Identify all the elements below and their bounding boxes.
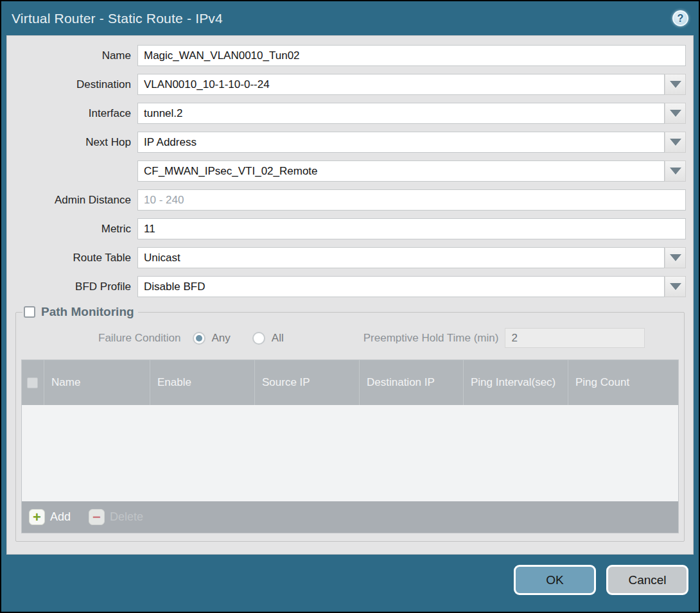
next-hop-type-dropdown-button[interactable] [665,132,686,153]
admin-distance-input[interactable] [137,189,686,211]
dialog-content: Name Destination Interface [6,35,694,555]
failure-condition-any-option[interactable]: Any [193,332,231,345]
column-header-ping-count[interactable]: Ping Count [568,360,678,405]
route-table-input[interactable] [137,247,665,268]
chevron-down-icon [670,254,681,261]
metric-input[interactable] [137,218,686,239]
route-table-dropdown-button[interactable] [665,247,686,268]
chevron-down-icon [670,110,681,117]
interface-label: Interface [14,107,137,120]
chevron-down-icon [670,283,681,290]
failure-condition-all-option[interactable]: All [252,332,284,345]
dialog-titlebar: Virtual Router - Static Route - IPv4 ? [1,1,699,35]
name-row: Name [14,45,686,66]
next-hop-row: Next Hop [14,132,686,153]
chevron-down-icon [670,81,681,88]
add-button[interactable]: + Add [29,509,71,525]
next-hop-address-dropdown-button[interactable] [665,160,686,182]
path-monitoring-title: Path Monitoring [41,305,134,319]
column-header-ping-interval[interactable]: Ping Interval(sec) [463,360,568,405]
next-hop-type-input[interactable] [137,132,665,153]
plus-icon: + [29,509,45,525]
destination-dropdown-button[interactable] [665,74,686,95]
column-header-name[interactable]: Name [44,360,150,405]
path-monitoring-section: Path Monitoring Failure Condition Any Al… [15,305,685,542]
table-header-row: Name Enable Source IP Destination IP Pin… [22,360,678,405]
destination-label: Destination [14,78,137,91]
next-hop-address-input[interactable] [137,160,665,182]
select-all-checkbox[interactable] [27,377,38,388]
help-icon[interactable]: ? [672,10,688,26]
admin-distance-row: Admin Distance [14,189,686,211]
next-hop-label: Next Hop [14,136,137,149]
static-route-dialog: Virtual Router - Static Route - IPv4 ? N… [1,1,699,612]
path-monitoring-table: Name Enable Source IP Destination IP Pin… [21,359,679,533]
table-body-empty [22,405,678,501]
destination-input[interactable] [137,74,665,95]
bfd-profile-input[interactable] [137,276,665,297]
bfd-profile-row: BFD Profile [14,276,686,297]
name-label: Name [14,49,137,62]
dialog-footer: OK Cancel [1,555,699,612]
path-monitoring-legend: Path Monitoring [22,305,138,319]
failure-condition-any-label: Any [212,332,231,345]
table-toolbar: + Add − Delete [22,501,678,533]
name-input[interactable] [137,45,686,66]
next-hop-address-row [14,160,686,182]
path-monitoring-checkbox[interactable] [24,306,35,318]
failure-condition-label: Failure Condition [98,332,181,345]
delete-button-label: Delete [110,510,143,524]
interface-dropdown-button[interactable] [665,103,686,124]
route-table-label: Route Table [14,252,137,264]
destination-row: Destination [14,74,686,95]
metric-row: Metric [14,218,686,239]
delete-button[interactable]: − Delete [89,509,143,525]
radio-selected-icon [193,332,206,345]
route-table-row: Route Table [14,247,686,268]
interface-input[interactable] [137,103,665,124]
preemptive-hold-time-label: Preemptive Hold Time (min) [363,332,499,345]
preemptive-hold-time-input[interactable] [505,328,645,348]
dialog-title: Virtual Router - Static Route - IPv4 [12,11,223,26]
add-button-label: Add [50,510,71,524]
bfd-profile-label: BFD Profile [14,281,137,293]
ok-button[interactable]: OK [514,565,596,595]
select-all-header-cell [22,360,44,405]
chevron-down-icon [670,168,681,175]
failure-condition-radio-group: Any All [193,332,284,345]
column-header-enable[interactable]: Enable [150,360,254,405]
bfd-profile-dropdown-button[interactable] [665,276,686,297]
admin-distance-label: Admin Distance [14,194,137,207]
interface-row: Interface [14,103,686,124]
column-header-destination-ip[interactable]: Destination IP [359,360,463,405]
path-monitoring-options-row: Failure Condition Any All Preemptive Hol… [21,328,679,348]
metric-label: Metric [14,223,137,236]
radio-unselected-icon [252,332,265,345]
column-header-source-ip[interactable]: Source IP [254,360,359,405]
minus-icon: − [89,509,105,525]
chevron-down-icon [670,139,681,146]
cancel-button[interactable]: Cancel [606,565,688,595]
failure-condition-all-label: All [272,332,284,345]
